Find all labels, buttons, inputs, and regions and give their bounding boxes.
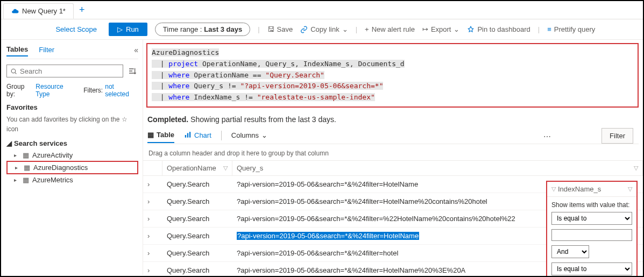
add-tab-button[interactable]: + [74,1,90,19]
svg-rect-3 [189,132,190,138]
chevron-down-icon: ⌄ [454,25,459,33]
filter-join-select[interactable]: And [551,245,589,258]
expand-row-icon[interactable]: › [143,230,162,242]
tab-title: New Query 1* [22,7,66,15]
svg-point-0 [11,69,16,73]
save-icon: 🖫 [267,25,274,33]
expand-icon: ▸ [14,177,19,183]
cell-operationname: Query.Search [162,178,232,190]
query-tab[interactable]: New Query 1* [3,3,74,19]
select-scope-button[interactable]: Select Scope [51,23,101,35]
filter-popup-label: Show items with value that: [551,201,632,209]
filter-icon: ▽ [551,186,556,193]
favorites-hint: You can add favorites by clicking on the… [6,115,138,134]
favorites-heading: Favorites [6,103,138,111]
expand-icon: ▸ [15,165,20,171]
results-tab-table[interactable]: ▦ Table [147,129,174,143]
filter-icon[interactable]: ▽ [634,165,638,172]
filters-value[interactable]: not selected [105,83,138,98]
format-icon: ≡ [547,25,551,33]
column-filter-popup: ▽ IndexName_s ▽ Show items with value th… [546,181,638,277]
table-icon: ▦ [23,176,29,184]
expand-icon: ▸ [14,152,19,158]
column-header-query[interactable]: Query_s ▽ [232,161,643,175]
search-icon [10,68,17,75]
export-button[interactable]: ↦ Export ⌄ [422,25,460,33]
save-button[interactable]: 🖫 Save [267,25,293,33]
query-editor[interactable]: AzureDiagnostics | project OperationName… [146,43,639,108]
column-header-operationname[interactable]: OperationName ▽ [162,161,232,175]
chevron-down-icon: ⌄ [261,131,267,139]
collapse-sidebar-icon[interactable]: « [134,46,138,54]
expand-row-icon[interactable]: › [143,212,162,225]
export-icon: ↦ [422,25,428,33]
status-text: Showing partial results from the last 3 … [188,115,336,124]
group-drop-hint: Drag a column header and drop it here to… [143,146,643,161]
cell-operationname: Query.Search [162,247,232,259]
sidebar: Tables Filter « Group by: Resource Type … [1,40,143,275]
filter-icon[interactable]: ▽ [628,186,632,193]
filter-op1-select[interactable]: Is equal to [551,212,632,225]
tree-item-azurediagnostics[interactable]: ▸ ▦ AzureDiagnostics [6,161,138,174]
sort-icon[interactable] [126,65,138,77]
link-icon [300,26,308,33]
chevron-down-icon: ⌄ [342,25,348,33]
plus-icon: + [365,25,369,33]
group-by-value[interactable]: Resource Type [36,83,77,98]
cell-operationname: Query.Search [162,230,232,242]
search-input-wrapper [6,65,123,77]
grid-header: OperationName ▽ Query_s ▽ [143,161,643,176]
columns-dropdown[interactable]: Columns ⌄ [231,129,267,143]
tab-filter[interactable]: Filter [39,44,54,56]
chart-icon [184,131,192,139]
status-bold: Completed. [147,115,188,124]
svg-rect-1 [185,135,186,138]
play-icon: ▷ [117,25,123,33]
tab-tables[interactable]: Tables [6,43,28,56]
cell-operationname: Query.Search [162,212,232,225]
filters-label: Filters: [83,87,103,94]
svg-rect-2 [187,133,188,138]
expand-row-icon[interactable]: › [143,247,162,259]
filter-value1-input[interactable] [551,229,632,241]
table-icon: ▦ [24,164,30,172]
cell-operationname: Query.Search [162,195,232,208]
time-range-pill[interactable]: Time range : Last 3 days [155,23,250,36]
group-by-label: Group by: [6,83,33,98]
search-input[interactable] [20,67,119,75]
pin-icon [467,26,475,33]
section-search-services[interactable]: ◢ Search services [6,139,138,147]
expand-row-icon[interactable]: › [143,178,162,190]
expand-row-icon[interactable]: › [143,195,162,208]
popup-col-indexname[interactable]: ▽ IndexName_s ▽ [547,182,636,196]
prettify-button[interactable]: ≡ Prettify query [547,25,595,33]
results-tab-chart[interactable]: Chart [184,129,211,143]
tree-item-azureactivity[interactable]: ▸ ▦ AzureActivity [6,150,138,161]
tab-bar: New Query 1* + [1,1,643,19]
toolbar: Select Scope ▷ Run Time range : Last 3 d… [1,19,643,40]
pin-button[interactable]: Pin to dashboard [467,25,530,33]
run-button[interactable]: ▷ Run [109,23,147,36]
filter-icon[interactable]: ▽ [223,165,228,172]
filter-op2-select[interactable]: Is equal to [551,262,632,275]
collapse-icon: ◢ [6,139,12,147]
more-menu-icon[interactable]: ⋯ [543,132,551,141]
new-alert-button[interactable]: + New alert rule [365,25,415,33]
table-icon: ▦ [23,151,29,159]
tree-item-azuremetrics[interactable]: ▸ ▦ AzureMetrics [6,174,138,186]
table-icon: ▦ [147,131,154,139]
cell-operationname: Query.Search [162,264,232,276]
filter-toggle[interactable]: Filter [601,128,633,144]
expand-row-icon[interactable]: › [143,264,162,276]
copy-link-button[interactable]: Copy link ⌄ [300,25,348,33]
results-header: Completed. Showing partial results from … [143,111,643,146]
azure-cloud-icon [11,8,19,15]
